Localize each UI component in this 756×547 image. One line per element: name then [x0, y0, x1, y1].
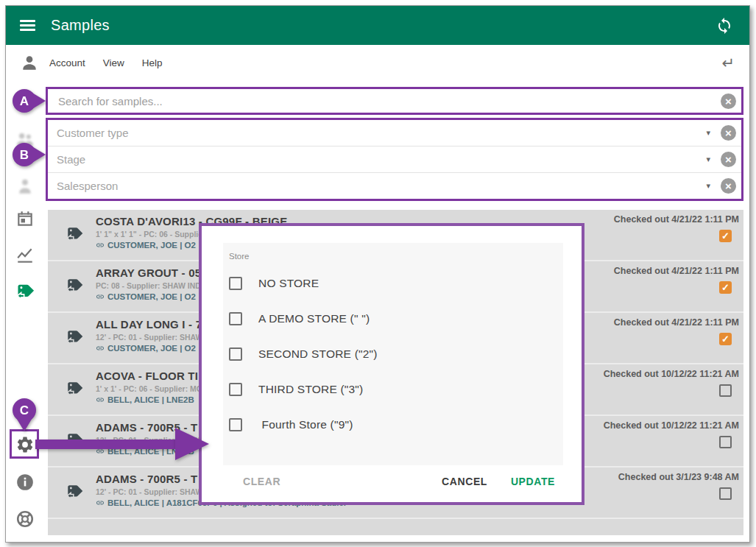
checkbox-icon[interactable]: [229, 418, 242, 431]
sample-checkbox[interactable]: [719, 384, 732, 397]
chevron-down-icon[interactable]: ▾: [706, 128, 710, 138]
sample-details: 1' x 1' - PC: 06 - Supplier: MO: [96, 384, 202, 393]
search-box: ×: [46, 87, 743, 115]
annotation-arrow: [35, 440, 177, 449]
update-button[interactable]: UPDATE: [511, 476, 555, 487]
tag-icon: [66, 276, 85, 295]
link-icon: [96, 241, 105, 250]
annotation-a-label: A: [20, 94, 29, 108]
filter-clear-icon[interactable]: ×: [721, 125, 736, 141]
filter-clear-icon[interactable]: ×: [721, 178, 736, 194]
sample-checkbox[interactable]: [719, 487, 732, 500]
tag-icon[interactable]: [15, 281, 36, 302]
sample-title: ARRAY GROUT - 05: [96, 267, 201, 279]
filter-label: Stage: [57, 153, 85, 166]
filter-box: Customer type ▾ × Stage ▾ × Salesperson …: [46, 118, 743, 201]
app-title: Samples: [51, 17, 110, 34]
sample-title: ACOVA - FLOOR TI: [96, 370, 202, 382]
filter-customer-type[interactable]: Customer type ▾ ×: [48, 120, 741, 146]
menu-bar: Account View Help ↵: [6, 45, 749, 80]
sync-icon[interactable]: [716, 17, 733, 35]
return-icon[interactable]: ↵: [721, 55, 735, 71]
sample-checkbox[interactable]: [719, 436, 732, 448]
user-icon[interactable]: [20, 53, 39, 72]
store-option-a-demo-store[interactable]: A DEMO STORE (" "): [229, 312, 370, 325]
sample-title: ALL DAY LONG I - 7: [96, 318, 202, 331]
store-field-label: Store: [229, 252, 250, 261]
search-clear-icon[interactable]: ×: [721, 93, 736, 109]
sample-details: 12' - PC: 01 - Supplier: SHAW: [96, 333, 202, 342]
store-option-second-store[interactable]: SECOND STORE ("2"): [229, 347, 378, 361]
sample-checkbox[interactable]: [719, 230, 732, 242]
tag-icon: [66, 328, 85, 347]
checked-out-label: Checked out 4/21/22 1:11 PM: [614, 266, 739, 276]
menu-item-view[interactable]: View: [103, 57, 124, 68]
gear-icon[interactable]: [15, 435, 35, 454]
annotation-a-callout: A: [12, 88, 47, 113]
checkbox-icon[interactable]: [229, 277, 242, 290]
clear-button[interactable]: CLEAR: [243, 476, 280, 487]
chevron-down-icon[interactable]: ▾: [706, 181, 710, 191]
sample-customer: CUSTOMER, JOE | O2: [96, 292, 201, 301]
chart-icon[interactable]: [15, 246, 35, 265]
store-option-no-store[interactable]: NO STORE: [229, 277, 319, 290]
sample-customer: BELL, ALICE | LNE2B: [96, 395, 202, 404]
checked-out-label: Checked out 3/1/23 9:48 AM: [618, 472, 739, 482]
filter-label: Customer type: [57, 127, 129, 139]
tag-icon: [66, 379, 85, 398]
checked-out-label: Checked out 4/21/22 1:11 PM: [614, 214, 739, 225]
app-bar: Samples: [6, 6, 749, 45]
annotation-arrow-head: [175, 428, 209, 460]
checked-out-label: Checked out 4/21/22 1:11 PM: [614, 317, 739, 328]
tag-icon: [66, 225, 85, 244]
annotation-b-callout: B: [12, 142, 47, 167]
menu-item-account[interactable]: Account: [49, 57, 85, 68]
store-option-third-store[interactable]: THIRD STORE ("3"): [229, 383, 363, 396]
help-buoy-icon[interactable]: [15, 509, 35, 529]
checkbox-icon[interactable]: [229, 347, 242, 361]
checked-out-label: Checked out 10/12/22 11:21 AM: [604, 369, 739, 379]
link-icon: [96, 292, 105, 301]
app-window: Samples Account View Help ↵: [5, 5, 750, 543]
filter-salesperson[interactable]: Salesperson ▾ ×: [48, 172, 741, 199]
store-options-panel: Store NO STORE A DEMO STORE (" ") SECOND…: [223, 243, 563, 465]
search-input[interactable]: [57, 94, 721, 108]
menu-item-help[interactable]: Help: [142, 57, 163, 68]
info-icon[interactable]: [15, 473, 35, 492]
sample-details: PC: 08 - Supplier: SHAW IND: [96, 281, 201, 290]
filter-label: Salesperson: [57, 180, 118, 192]
sample-checkbox[interactable]: [719, 333, 732, 345]
annotation-b-label: B: [20, 148, 29, 162]
person-icon[interactable]: [15, 177, 35, 196]
hamburger-menu-icon[interactable]: [20, 20, 35, 31]
link-icon: [96, 395, 105, 404]
store-dialog: Store NO STORE A DEMO STORE (" ") SECOND…: [199, 223, 584, 505]
checked-out-label: Checked out 10/12/22 11:21 AM: [604, 420, 739, 431]
store-option-fourth-store[interactable]: Fourth Store ("9"): [229, 418, 353, 431]
checkbox-icon[interactable]: [229, 383, 242, 396]
chevron-down-icon[interactable]: ▾: [706, 155, 710, 164]
link-icon: [96, 498, 105, 507]
link-icon: [96, 344, 105, 353]
filter-clear-icon[interactable]: ×: [721, 152, 736, 167]
cancel-button[interactable]: CANCEL: [442, 476, 487, 487]
calendar-icon[interactable]: [15, 209, 35, 228]
sample-checkbox[interactable]: [719, 281, 732, 294]
checkbox-icon[interactable]: [229, 312, 242, 325]
annotation-c-callout: C: [12, 398, 37, 433]
annotation-c-label: C: [20, 403, 29, 417]
tag-icon: [66, 482, 85, 501]
sample-customer: CUSTOMER, JOE | O2: [96, 344, 202, 353]
filter-stage[interactable]: Stage ▾ ×: [48, 146, 741, 172]
list-partial-row: [48, 519, 743, 535]
dialog-buttons: CLEAR CANCEL UPDATE: [202, 476, 582, 490]
